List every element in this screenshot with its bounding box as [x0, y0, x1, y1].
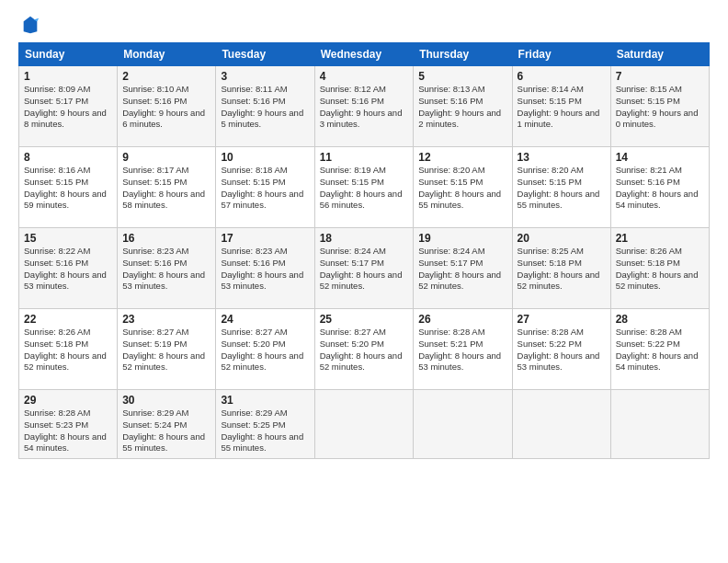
day-cell: 8 Sunrise: 8:16 AMSunset: 5:15 PMDayligh…	[19, 147, 118, 228]
day-cell: 13 Sunrise: 8:20 AMSunset: 5:15 PMDaylig…	[512, 147, 610, 228]
day-cell: 10 Sunrise: 8:18 AMSunset: 5:15 PMDaylig…	[216, 147, 314, 228]
day-number: 12	[418, 151, 506, 164]
logo-text	[18, 15, 40, 35]
day-info: Sunrise: 8:18 AMSunset: 5:15 PMDaylight:…	[221, 165, 309, 212]
weekday-header-sunday: Sunday	[19, 43, 118, 66]
day-info: Sunrise: 8:19 AMSunset: 5:15 PMDaylight:…	[320, 165, 409, 212]
day-info: Sunrise: 8:12 AMSunset: 5:16 PMDaylight:…	[320, 84, 409, 131]
header	[18, 15, 710, 35]
day-info: Sunrise: 8:10 AMSunset: 5:16 PMDaylight:…	[122, 84, 210, 131]
day-cell: 1 Sunrise: 8:09 AMSunset: 5:17 PMDayligh…	[19, 66, 118, 147]
day-number: 28	[616, 313, 704, 326]
day-info: Sunrise: 8:27 AMSunset: 5:20 PMDaylight:…	[320, 327, 409, 373]
day-cell: 7 Sunrise: 8:15 AMSunset: 5:15 PMDayligh…	[610, 66, 709, 147]
weekday-header-row: SundayMondayTuesdayWednesdayThursdayFrid…	[19, 43, 710, 66]
day-info: Sunrise: 8:23 AMSunset: 5:16 PMDaylight:…	[221, 246, 309, 293]
day-info: Sunrise: 8:28 AMSunset: 5:21 PMDaylight:…	[418, 327, 506, 373]
day-number: 29	[24, 394, 112, 407]
day-number: 27	[518, 313, 606, 326]
day-cell: 30 Sunrise: 8:29 AMSunset: 5:24 PMDaylig…	[118, 390, 216, 459]
day-number: 3	[221, 70, 309, 83]
day-number: 11	[320, 151, 409, 164]
day-info: Sunrise: 8:11 AMSunset: 5:16 PMDaylight:…	[221, 84, 309, 131]
day-cell: 22 Sunrise: 8:26 AMSunset: 5:18 PMDaylig…	[19, 309, 118, 390]
week-row-1: 1 Sunrise: 8:09 AMSunset: 5:17 PMDayligh…	[19, 66, 710, 147]
day-cell: 19 Sunrise: 8:24 AMSunset: 5:17 PMDaylig…	[414, 228, 512, 309]
day-info: Sunrise: 8:29 AMSunset: 5:25 PMDaylight:…	[221, 408, 309, 454]
day-number: 17	[221, 232, 309, 245]
day-info: Sunrise: 8:14 AMSunset: 5:15 PMDaylight:…	[518, 84, 606, 131]
week-row-5: 29 Sunrise: 8:28 AMSunset: 5:23 PMDaylig…	[19, 390, 710, 459]
day-cell	[414, 390, 512, 459]
day-info: Sunrise: 8:24 AMSunset: 5:17 PMDaylight:…	[418, 246, 506, 293]
day-info: Sunrise: 8:16 AMSunset: 5:15 PMDaylight:…	[24, 165, 112, 212]
day-info: Sunrise: 8:09 AMSunset: 5:17 PMDaylight:…	[24, 84, 112, 131]
day-cell: 16 Sunrise: 8:23 AMSunset: 5:16 PMDaylig…	[118, 228, 216, 309]
day-cell: 25 Sunrise: 8:27 AMSunset: 5:20 PMDaylig…	[314, 309, 414, 390]
weekday-header-tuesday: Tuesday	[216, 43, 314, 66]
day-number: 18	[320, 232, 409, 245]
day-cell: 12 Sunrise: 8:20 AMSunset: 5:15 PMDaylig…	[414, 147, 512, 228]
weekday-header-wednesday: Wednesday	[314, 43, 414, 66]
day-number: 6	[518, 70, 606, 83]
day-number: 15	[24, 232, 112, 245]
day-info: Sunrise: 8:29 AMSunset: 5:24 PMDaylight:…	[122, 408, 210, 454]
day-cell: 18 Sunrise: 8:24 AMSunset: 5:17 PMDaylig…	[314, 228, 414, 309]
day-number: 14	[616, 151, 704, 164]
day-number: 30	[122, 394, 210, 407]
week-row-4: 22 Sunrise: 8:26 AMSunset: 5:18 PMDaylig…	[19, 309, 710, 390]
day-info: Sunrise: 8:22 AMSunset: 5:16 PMDaylight:…	[24, 246, 112, 293]
day-cell: 3 Sunrise: 8:11 AMSunset: 5:16 PMDayligh…	[216, 66, 314, 147]
day-number: 25	[320, 313, 409, 326]
day-cell: 11 Sunrise: 8:19 AMSunset: 5:15 PMDaylig…	[314, 147, 414, 228]
day-cell: 21 Sunrise: 8:26 AMSunset: 5:18 PMDaylig…	[610, 228, 709, 309]
day-cell: 5 Sunrise: 8:13 AMSunset: 5:16 PMDayligh…	[414, 66, 512, 147]
day-number: 20	[518, 232, 606, 245]
day-cell: 9 Sunrise: 8:17 AMSunset: 5:15 PMDayligh…	[118, 147, 216, 228]
day-cell: 27 Sunrise: 8:28 AMSunset: 5:22 PMDaylig…	[512, 309, 610, 390]
day-cell: 26 Sunrise: 8:28 AMSunset: 5:21 PMDaylig…	[414, 309, 512, 390]
day-number: 19	[418, 232, 506, 245]
day-number: 21	[616, 232, 704, 245]
weekday-header-saturday: Saturday	[610, 43, 709, 66]
day-cell: 2 Sunrise: 8:10 AMSunset: 5:16 PMDayligh…	[118, 66, 216, 147]
day-number: 9	[122, 151, 210, 164]
day-cell: 31 Sunrise: 8:29 AMSunset: 5:25 PMDaylig…	[216, 390, 314, 459]
day-info: Sunrise: 8:26 AMSunset: 5:18 PMDaylight:…	[616, 246, 704, 293]
day-cell: 14 Sunrise: 8:21 AMSunset: 5:16 PMDaylig…	[610, 147, 709, 228]
day-info: Sunrise: 8:13 AMSunset: 5:16 PMDaylight:…	[418, 84, 506, 131]
day-cell: 24 Sunrise: 8:27 AMSunset: 5:20 PMDaylig…	[216, 309, 314, 390]
weekday-header-monday: Monday	[118, 43, 216, 66]
day-info: Sunrise: 8:27 AMSunset: 5:19 PMDaylight:…	[122, 327, 210, 373]
day-info: Sunrise: 8:15 AMSunset: 5:15 PMDaylight:…	[616, 84, 704, 131]
day-number: 5	[418, 70, 506, 83]
logo-icon	[20, 15, 40, 35]
day-cell: 29 Sunrise: 8:28 AMSunset: 5:23 PMDaylig…	[19, 390, 118, 459]
day-info: Sunrise: 8:28 AMSunset: 5:22 PMDaylight:…	[616, 327, 704, 373]
day-cell: 20 Sunrise: 8:25 AMSunset: 5:18 PMDaylig…	[512, 228, 610, 309]
day-number: 8	[24, 151, 112, 164]
week-row-2: 8 Sunrise: 8:16 AMSunset: 5:15 PMDayligh…	[19, 147, 710, 228]
day-cell	[610, 390, 709, 459]
day-number: 4	[320, 70, 409, 83]
day-number: 13	[518, 151, 606, 164]
day-number: 26	[418, 313, 506, 326]
day-cell: 6 Sunrise: 8:14 AMSunset: 5:15 PMDayligh…	[512, 66, 610, 147]
day-info: Sunrise: 8:17 AMSunset: 5:15 PMDaylight:…	[122, 165, 210, 212]
day-number: 10	[221, 151, 309, 164]
day-cell	[512, 390, 610, 459]
day-info: Sunrise: 8:27 AMSunset: 5:20 PMDaylight:…	[221, 327, 309, 373]
day-info: Sunrise: 8:25 AMSunset: 5:18 PMDaylight:…	[518, 246, 606, 293]
week-row-3: 15 Sunrise: 8:22 AMSunset: 5:16 PMDaylig…	[19, 228, 710, 309]
day-info: Sunrise: 8:26 AMSunset: 5:18 PMDaylight:…	[24, 327, 112, 373]
day-cell: 17 Sunrise: 8:23 AMSunset: 5:16 PMDaylig…	[216, 228, 314, 309]
day-number: 31	[221, 394, 309, 407]
logo	[18, 15, 40, 35]
day-number: 22	[24, 313, 112, 326]
day-cell: 4 Sunrise: 8:12 AMSunset: 5:16 PMDayligh…	[314, 66, 414, 147]
day-number: 16	[122, 232, 210, 245]
day-info: Sunrise: 8:20 AMSunset: 5:15 PMDaylight:…	[518, 165, 606, 212]
day-cell	[314, 390, 414, 459]
page: SundayMondayTuesdayWednesdayThursdayFrid…	[0, 0, 728, 563]
day-cell: 28 Sunrise: 8:28 AMSunset: 5:22 PMDaylig…	[610, 309, 709, 390]
